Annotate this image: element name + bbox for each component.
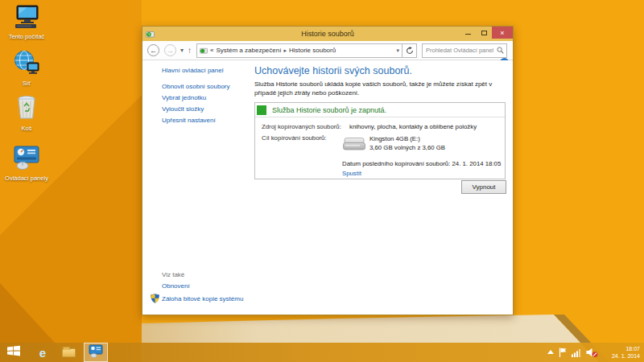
- window-title: Historie souborů: [142, 30, 513, 38]
- up-button[interactable]: ↑: [188, 46, 192, 55]
- file-history-window: Historie souborů × ← → ▾ ↑ « Systém a za…: [142, 26, 514, 315]
- page-description: Služba Historie souborů ukládá kopie vaš…: [254, 80, 506, 97]
- taskbar-clock[interactable]: 18:07 24. 1. 2014: [603, 345, 640, 360]
- usb-drive-icon: [342, 135, 366, 153]
- folder-icon: [62, 348, 76, 357]
- desktop-icon-label: Ovládací panely: [3, 175, 50, 182]
- desktop-icon-this-pc[interactable]: Tento počítač: [3, 5, 50, 40]
- status-row: Služba Historie souborů je zapnutá.: [255, 103, 505, 117]
- desktop-icon-label: Síť: [3, 80, 50, 87]
- network-signal-icon[interactable]: [572, 343, 581, 362]
- search-icon[interactable]: [497, 47, 504, 54]
- action-center-flag-icon[interactable]: [559, 343, 567, 362]
- status-text: Služba Historie souborů je zapnutá.: [272, 106, 386, 114]
- show-hidden-icons-chevron-icon[interactable]: [547, 343, 554, 362]
- drive-name: Kingston 4GB (E:): [369, 135, 420, 142]
- sidebar-link-recovery[interactable]: Obnovení: [162, 282, 190, 290]
- control-panel-icon: [12, 159, 41, 173]
- desktop: Tento počítač Síť Koš: [0, 0, 644, 362]
- taskbar: e: [0, 343, 644, 362]
- recent-pages-chevron-icon[interactable]: ▾: [180, 47, 184, 54]
- close-button[interactable]: ×: [492, 27, 513, 39]
- copy-target-label: Cíl kopírování souborů:: [262, 134, 327, 142]
- control-panel-taskbar-button[interactable]: [84, 343, 108, 362]
- maximize-button[interactable]: [476, 27, 492, 39]
- windows-logo-icon: [7, 345, 20, 360]
- copy-source-label: Zdroj kopírovaných souborů:: [262, 123, 341, 130]
- address-dropdown-chevron-icon[interactable]: ▾: [397, 47, 400, 54]
- internet-explorer-icon: e: [39, 347, 46, 359]
- breadcrumb-separator-icon: ▸: [283, 47, 287, 54]
- control-panel-icon: [89, 344, 103, 361]
- last-backup-date: Datum posledního kopírování souborů: 24.…: [342, 160, 501, 167]
- search-box: [422, 43, 507, 58]
- desktop-icon-control-panel[interactable]: Ovládací panely: [3, 145, 50, 182]
- window-content: Hlavní ovládací panel Obnovit osobní sou…: [142, 60, 513, 315]
- desktop-icon-label: Koš: [3, 125, 50, 132]
- desktop-icon-network[interactable]: Síť: [3, 50, 50, 87]
- run-now-link[interactable]: Spustit: [342, 170, 361, 177]
- breadcrumb-overflow[interactable]: «: [210, 47, 213, 54]
- file-explorer-taskbar-button[interactable]: [58, 343, 79, 362]
- refresh-button[interactable]: [402, 43, 417, 58]
- sidebar-item-advanced-settings[interactable]: Upřesnit nastavení: [162, 117, 216, 124]
- breadcrumb-current[interactable]: Historie souborů: [289, 47, 336, 54]
- desktop-icon-label: Tento počítač: [3, 33, 50, 40]
- desktop-icon-recycle-bin[interactable]: Koš: [3, 95, 50, 132]
- breadcrumb-parent[interactable]: Systém a zabezpečení: [216, 47, 281, 54]
- start-button[interactable]: [2, 343, 26, 362]
- internet-explorer-taskbar-button[interactable]: e: [32, 343, 53, 362]
- sidebar-item-select-drive[interactable]: Vybrat jednotku: [162, 94, 206, 101]
- network-icon: [13, 64, 40, 78]
- file-history-status-panel: Služba Historie souborů je zapnutá. Zdro…: [254, 102, 506, 179]
- clock-date: 24. 1. 2014: [603, 352, 640, 360]
- minimize-button[interactable]: [460, 27, 476, 39]
- volume-muted-icon[interactable]: [586, 343, 598, 362]
- computer-icon: [13, 18, 40, 31]
- address-location-icon: [200, 47, 208, 55]
- turn-off-button[interactable]: Vypnout: [461, 180, 506, 194]
- sidebar-link-system-image-backup[interactable]: Záloha bitové kopie systému: [162, 295, 243, 302]
- see-also-heading: Viz také: [162, 271, 184, 278]
- drive-free-space: 3,60 GB volných z 3,60 GB: [369, 144, 445, 151]
- search-input[interactable]: [423, 47, 493, 54]
- sidebar-item-exclude-folders[interactable]: Vyloučit složky: [162, 105, 204, 113]
- copy-source-value: knihovny, plocha, kontakty a oblíbené po…: [349, 123, 477, 130]
- window-titlebar: Historie souborů ×: [142, 27, 513, 41]
- back-button[interactable]: ←: [147, 44, 159, 56]
- sidebar-item-restore-personal-files[interactable]: Obnovit osobní soubory: [162, 83, 230, 90]
- recycle-bin-icon: [16, 109, 37, 123]
- status-on-icon: [257, 105, 266, 115]
- shield-icon: [151, 294, 159, 303]
- forward-button[interactable]: →: [164, 44, 176, 56]
- address-bar[interactable]: « Systém a zabezpečení ▸ Historie soubor…: [196, 43, 402, 58]
- navigation-toolbar: ← → ▾ ↑ « Systém a zabezpečení ▸ Histori…: [142, 41, 513, 60]
- clock-time: 18:07: [603, 345, 640, 352]
- page-title: Uchovávejte historii svých souborů.: [254, 65, 412, 76]
- sidebar-item-control-panel-home[interactable]: Hlavní ovládací panel: [162, 67, 224, 74]
